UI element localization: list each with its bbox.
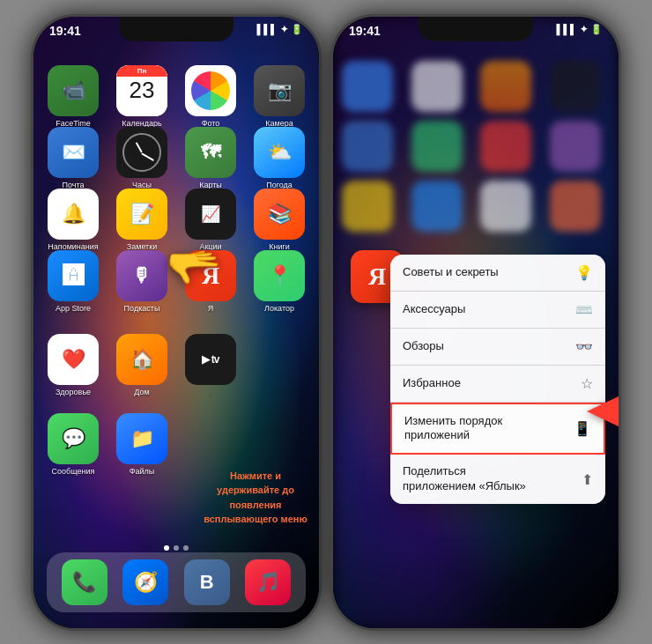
- dock-phone[interactable]: 📞: [62, 559, 107, 605]
- cal-day: Пн: [116, 65, 167, 77]
- share-icon: ⬆: [582, 471, 593, 488]
- app-yandex[interactable]: Я Я 🫳: [180, 250, 241, 313]
- app-photos[interactable]: Фото: [180, 65, 241, 128]
- status-bar-right: 19:41 ▌▌▌ ✦ 🔋: [333, 17, 619, 56]
- dock-safari[interactable]: 🧭: [122, 559, 168, 605]
- reviews-icon: 👓: [575, 338, 593, 355]
- menu-item-accessories[interactable]: Аксессуары ⌨️: [390, 292, 605, 329]
- context-menu: Советы и секреты 💡 Аксессуары ⌨️ Обзоры …: [390, 255, 605, 505]
- tips-icon: 💡: [575, 264, 593, 281]
- app-health[interactable]: ❤️ Здоровье: [42, 334, 104, 396]
- app-empty2: [180, 413, 241, 476]
- app-podcasts[interactable]: 🎙 Подкасты: [111, 250, 173, 313]
- time-right: 19:41: [349, 24, 381, 38]
- app-books[interactable]: 📚 Книги: [248, 189, 310, 251]
- app-files[interactable]: 📁 Файлы: [111, 413, 173, 476]
- status-icons-left: ▌▌▌ ✦ 🔋: [257, 24, 304, 35]
- right-phone: 19:41 ▌▌▌ ✦ 🔋 Я: [330, 14, 621, 631]
- app-empty3: [248, 413, 310, 476]
- app-calendar[interactable]: Пн 23 Календарь: [111, 65, 173, 128]
- hand-icon: 🫳: [167, 241, 221, 292]
- app-clock[interactable]: Часы: [111, 127, 173, 189]
- red-arrow: [587, 396, 619, 427]
- page-dots: [164, 545, 189, 551]
- app-tv[interactable]: ▶ tv .: [180, 334, 241, 396]
- app-appstore[interactable]: 🅰 App Store: [42, 250, 104, 313]
- app-empty1: [248, 334, 310, 396]
- dock-vk[interactable]: В: [184, 559, 230, 605]
- menu-item-tips[interactable]: Советы и секреты 💡: [390, 255, 605, 292]
- cal-date: 23: [130, 78, 155, 101]
- app-weather[interactable]: ⛅ Погода: [248, 127, 310, 189]
- status-icons-right: ▌▌▌ ✦ 🔋: [557, 24, 604, 35]
- menu-item-share[interactable]: Поделитьсяприложением «Яблык» ⬆: [390, 455, 605, 504]
- app-reminders[interactable]: 🔔 Напоминания: [42, 189, 104, 251]
- app-mail[interactable]: ✉️ Почта: [42, 127, 104, 189]
- accessories-icon: ⌨️: [575, 301, 593, 318]
- app-notes[interactable]: 📝 Заметки: [111, 189, 173, 251]
- time-left: 19:41: [49, 24, 81, 38]
- press-hint: Нажмите и удерживайте до появления всплы…: [203, 469, 308, 527]
- menu-item-reorder[interactable]: Изменить порядокприложений 📱: [390, 403, 605, 455]
- blurred-bg-icons: [342, 61, 610, 232]
- appstore-label: App Store: [56, 304, 91, 313]
- menu-item-reviews[interactable]: Обзоры 👓: [390, 329, 605, 366]
- app-messages[interactable]: 💬 Сообщения: [42, 413, 104, 476]
- status-bar-left: 19:41 ▌▌▌ ✦ 🔋: [33, 17, 319, 56]
- app-home[interactable]: 🏠 Дом: [111, 334, 173, 396]
- left-phone: 19:41 ▌▌▌ ✦ 🔋 📹 FaceTime Пн 23: [31, 14, 322, 631]
- favorites-icon: ☆: [581, 375, 593, 392]
- app-facetime[interactable]: 📹 FaceTime: [42, 65, 104, 128]
- dock-left: 📞 🧭 В 🎵: [47, 552, 306, 612]
- menu-item-favorites[interactable]: Избранное ☆: [390, 366, 605, 403]
- dock-music[interactable]: 🎵: [245, 559, 291, 605]
- app-locator[interactable]: 📍 Локатор: [248, 250, 310, 313]
- app-maps[interactable]: 🗺 Карты: [180, 127, 241, 189]
- app-camera[interactable]: 📷 Камера: [248, 65, 310, 128]
